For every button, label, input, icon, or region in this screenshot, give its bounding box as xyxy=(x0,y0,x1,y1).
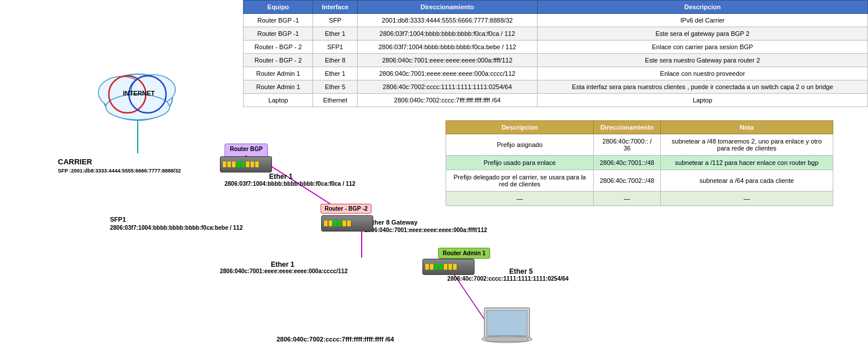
table-row: Router Admin 1Ether 12806:040c:7001:eeee… xyxy=(244,67,868,80)
table-cell-direccionamiento: 2806:040c:7002:cccc:7fff:ffff:ffff:ffff … xyxy=(358,94,538,107)
col2-header-direccionamiento: Direccionamiento xyxy=(594,121,661,134)
second-table-cell-nota: — xyxy=(660,192,833,206)
second-table-cell-descripcion: Prefijo usado para enlace xyxy=(446,156,594,170)
table-row: Router BGP -1Ether 12806:03f7:1004:bbbb:… xyxy=(244,27,868,41)
router-bgp2-label: Router - BGP -2 xyxy=(321,204,372,214)
table-cell-equipo: Router - BGP - 2 xyxy=(244,54,313,67)
col-header-direccionamiento: Direccionamiento xyxy=(358,1,538,14)
table-cell-direccionamiento: 2806:03f7:1004:bbbb:bbbb:bbbb:f0ca:f0ca … xyxy=(358,27,538,41)
main-table: Equipo Interface Direccionamiento Descri… xyxy=(243,0,868,107)
table-cell-interface: Ether 5 xyxy=(313,80,358,94)
col2-header-nota: Nota xyxy=(660,121,833,134)
carrier-label: CARRIER xyxy=(58,157,92,166)
ether1-admin-label: Ether 1 xyxy=(271,260,295,269)
second-table-cell-nota: subnetear a /112 para hacer enlace con r… xyxy=(660,156,833,170)
laptop-addr: 2806:040c:7002:cccc:7fff:ffff:ffff:ffff … xyxy=(277,336,394,343)
sfp1-bgp2-addr: 2806:03f7:1004:bbbb:bbbb:bbbb:f0ca:bebe … xyxy=(110,225,243,231)
table-cell-interface: Ether 1 xyxy=(313,67,358,80)
table-cell-direccionamiento: 2806:03f7:1004:bbbb:bbbb:bbbb:f0ca:bebe … xyxy=(358,41,538,54)
carrier-sfp-label: SFP :2001:db8:3333:4444:5555:6666:7777:8… xyxy=(58,168,181,174)
table-cell-equipo: Router Admin 1 xyxy=(244,80,313,94)
ether1-bgp1-addr: 2806:03f7:1004:bbbb:bbbb:bbbb:f0ca:f0ca … xyxy=(225,181,355,187)
table-cell-descripcion: Enlace con nuestro proveedor xyxy=(537,67,867,80)
second-table-cell-direccionamiento: 2806:40c:7001::/48 xyxy=(594,156,661,170)
table-row: Prefijo usado para enlace2806:40c:7001::… xyxy=(446,156,833,170)
second-table-cell-descripcion: — xyxy=(446,192,594,206)
internet-label: INTERNET xyxy=(116,90,162,97)
main-table-section: Equipo Interface Direccionamiento Descri… xyxy=(243,0,868,107)
table-cell-equipo: Router BGP -1 xyxy=(244,14,313,27)
table-cell-interface: Ethernet xyxy=(313,94,358,107)
table-cell-descripcion: Laptop xyxy=(537,94,867,107)
second-table-cell-direccionamiento: 2806:40c:7000:: / 36 xyxy=(594,134,661,156)
table-cell-descripcion: IPv6 del Carrier xyxy=(537,14,867,27)
second-table-cell-direccionamiento: 2806:40c:7002::/48 xyxy=(594,170,661,192)
sfp1-bgp2-label: SFP1 xyxy=(110,216,126,223)
router-bgp1-device xyxy=(220,156,272,172)
second-table-section: Descripcion Direccionamiento Nota Prefij… xyxy=(446,120,833,206)
table-cell-interface: Ether 8 xyxy=(313,54,358,67)
table-row: ——— xyxy=(446,192,833,206)
ether1-admin-addr: 2806:040c:7001:eeee:eeee:eeee:000a:cccc/… xyxy=(220,268,348,274)
table-cell-equipo: Router - BGP - 2 xyxy=(244,41,313,54)
router-admin1-device xyxy=(422,259,475,275)
col-header-descripcion: Descripcion xyxy=(537,1,867,14)
table-cell-equipo: Router Admin 1 xyxy=(244,67,313,80)
second-table-cell-descripcion: Prefijo asignado xyxy=(446,134,594,156)
ether5-admin-label: Ether 5 xyxy=(509,267,533,275)
laptop-icon xyxy=(481,307,534,350)
second-table-cell-descripcion: Prefijo delegado por el carrier, se usar… xyxy=(446,170,594,192)
col-header-equipo: Equipo xyxy=(244,1,313,14)
second-table-cell-nota: subnetear a /64 para cada cliente xyxy=(660,170,833,192)
table-cell-direccionamiento: 2806:040c:7001:eeee:eeee:eeee:000a:ffff/… xyxy=(358,54,538,67)
table-cell-equipo: Router BGP -1 xyxy=(244,27,313,41)
table-row: Router BGP -1SFP2001:db8:3333:4444:5555:… xyxy=(244,14,868,27)
second-table: Descripcion Direccionamiento Nota Prefij… xyxy=(446,120,833,206)
second-table-cell-nota: subnetear a /48 tomaremos 2, uno para en… xyxy=(660,134,833,156)
ether5-admin-addr: 2806:40c:7002:cccc:1111:1111:1111:0254/6… xyxy=(447,275,569,282)
table-cell-descripcion: Esta interfaz sera para nuestros cliente… xyxy=(537,80,867,94)
table-cell-descripcion: Este sera nuestro Gateway para router 2 xyxy=(537,54,867,67)
ether1-bgp1-label: Ether 1 xyxy=(269,172,293,181)
table-row: Router - BGP - 2Ether 82806:040c:7001:ee… xyxy=(244,54,868,67)
svg-point-3 xyxy=(106,94,170,120)
table-cell-interface: SFP xyxy=(313,14,358,27)
table-cell-descripcion: Enlace con carrier para sesion BGP xyxy=(537,41,867,54)
col2-header-descripcion: Descripcion xyxy=(446,121,594,134)
table-row: Prefijo asignado2806:40c:7000:: / 36subn… xyxy=(446,134,833,156)
table-row: Prefijo delegado por el carrier, se usar… xyxy=(446,170,833,192)
router-admin1-label: Router Admin 1 xyxy=(438,248,490,259)
table-cell-direccionamiento: 2806:040c:7001:eeee:eeee:eeee:000a:cccc/… xyxy=(358,67,538,80)
ether8-bgp2-addr: 2806:040c:7001:eeee:eeee:eeee:000a:ffff/… xyxy=(365,227,487,233)
table-cell-descripcion: Este sera el gateway para BGP 2 xyxy=(537,27,867,41)
ether8-bgp2-label: Ether 8 Gateway xyxy=(368,219,418,226)
table-cell-interface: Ether 1 xyxy=(313,27,358,41)
table-row: Router - BGP - 2SFP12806:03f7:1004:bbbb:… xyxy=(244,41,868,54)
table-cell-interface: SFP1 xyxy=(313,41,358,54)
second-table-cell-direccionamiento: — xyxy=(594,192,661,206)
svg-point-0 xyxy=(103,74,172,120)
table-row: Router Admin 1Ether 52806:40c:7002:cccc:… xyxy=(244,80,868,94)
col-header-interface: Interface xyxy=(313,1,358,14)
table-cell-direccionamiento: 2806:40c:7002:cccc:1111:1111:1111:0254/6… xyxy=(358,80,538,94)
table-cell-direccionamiento: 2001:db8:3333:4444:5555:6666:7777:8888/3… xyxy=(358,14,538,27)
router-bgp2-device xyxy=(321,215,373,232)
svg-rect-11 xyxy=(487,310,527,336)
table-row: LaptopEthernet2806:040c:7002:cccc:7fff:f… xyxy=(244,94,868,107)
table-cell-equipo: Laptop xyxy=(244,94,313,107)
svg-rect-13 xyxy=(486,337,528,341)
